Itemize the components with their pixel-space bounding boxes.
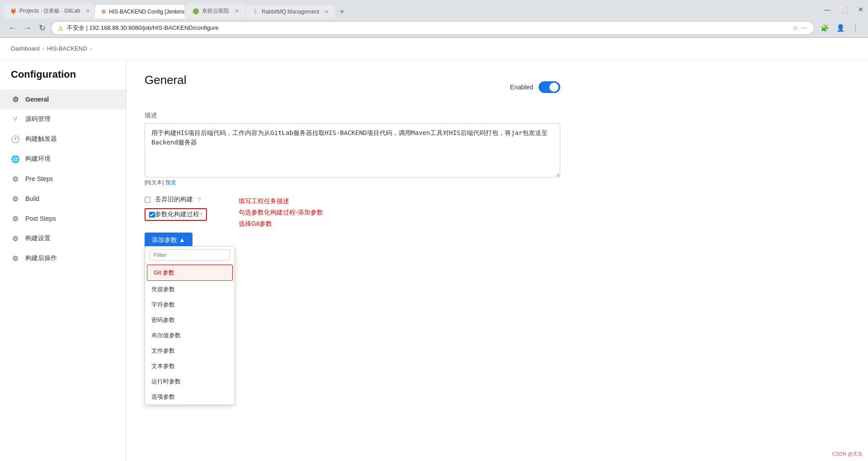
tab-hospital-label: 东软云医院 xyxy=(202,7,229,15)
sidebar-poststeps-label: Post Steps xyxy=(25,215,56,222)
param-row-wrapper: 参数化构建过程 ? xyxy=(145,208,207,221)
profile-button[interactable]: 👤 xyxy=(834,22,848,34)
dropdown-item-file[interactable]: 文件参数 xyxy=(145,343,235,359)
menu-button[interactable]: ⋮ xyxy=(849,22,862,34)
close-button[interactable]: ✕ xyxy=(854,4,868,15)
dropdown-item-runtime[interactable]: 运行时参数 xyxy=(145,374,235,389)
dropdown-filter xyxy=(145,247,235,264)
tab-gitlab-close[interactable]: ✕ xyxy=(86,8,90,14)
sidebar-env-label: 构建环境 xyxy=(25,155,51,163)
sidebar-build-label: Build xyxy=(25,195,39,202)
plaintext-row: [纯文本] 预览 xyxy=(145,179,560,186)
dropdown-item-git[interactable]: Git 参数 xyxy=(147,265,233,281)
dropdown-item-choice[interactable]: 选项参数 xyxy=(145,389,235,405)
filter-input[interactable] xyxy=(150,249,230,261)
breadcrumb-sep-1: › xyxy=(42,45,44,52)
breadcrumb-dashboard[interactable]: Dashboard xyxy=(11,45,40,52)
jenkins-icon: ⚙ xyxy=(101,9,106,15)
dropdown-item-boolean[interactable]: 布尔值参数 xyxy=(145,328,235,343)
discard-checkbox[interactable] xyxy=(145,197,150,203)
reload-button[interactable]: ↻ xyxy=(37,21,47,35)
source-icon: ⑂ xyxy=(11,115,20,124)
discard-row: 丢弃旧的构建 ? xyxy=(145,196,207,204)
desc-label: 描述 xyxy=(145,112,560,120)
tab-hospital-close[interactable]: ✕ xyxy=(235,8,239,14)
presteps-icon: ⚙ xyxy=(11,174,20,183)
sidebar-settings-label: 构建设置 xyxy=(25,234,51,242)
sidebar-item-general[interactable]: ⚙ General xyxy=(0,89,126,109)
build-icon: ⚙ xyxy=(11,194,20,203)
preview-link[interactable]: 预览 xyxy=(165,179,176,186)
tab-rabbitmq[interactable]: 🐇 RabbitMQ Management ✕ xyxy=(246,5,335,19)
page-title: General xyxy=(145,73,187,87)
discard-label: 丢弃旧的构建 xyxy=(155,196,193,204)
desc-group: 描述 用于构建HIS项目后端代码，工作内容为从GitLab服务器拉取HIS-BA… xyxy=(145,112,560,186)
app-body: Configuration ⚙ General ⑂ 源码管理 🕐 构建触发器 🌐… xyxy=(0,60,868,461)
browser-actions: 🧩 👤 ⋮ xyxy=(818,22,862,34)
main-content: General Enabled 描述 用于构建HIS项目后端代码，工作内容为从G… xyxy=(127,60,868,461)
rabbitmq-icon: 🐇 xyxy=(252,9,259,15)
dropdown-item-password[interactable]: 密码参数 xyxy=(145,312,235,328)
minimize-button[interactable]: — xyxy=(820,4,835,15)
param-help-icon[interactable]: ? xyxy=(199,211,202,218)
tab-rabbitmq-label: RabbitMQ Management xyxy=(262,9,319,15)
sidebar-title: Configuration xyxy=(0,69,126,89)
dropdown-item-string[interactable]: 字符参数 xyxy=(145,297,235,312)
param-checkbox[interactable] xyxy=(149,212,155,218)
forward-button[interactable]: → xyxy=(22,22,33,35)
general-icon: ⚙ xyxy=(11,95,20,104)
tab-bar: 🦊 Projects · 仪表板 · GitLab ✕ ⚙ HIS-BACKEN… xyxy=(0,0,352,19)
sidebar-item-build[interactable]: ⚙ Build xyxy=(0,189,126,209)
sidebar-item-source[interactable]: ⑂ 源码管理 xyxy=(0,109,126,129)
dropdown-item-text[interactable]: 文本参数 xyxy=(145,359,235,374)
address-bar: ← → ↻ ⚠ 不安全 | 192.168.88.30:8080/job/HIS… xyxy=(0,19,868,37)
new-tab-button[interactable]: + xyxy=(336,5,348,19)
postbuild-icon: ⚙ xyxy=(11,254,20,263)
url-text: 不安全 | 192.168.88.30:8080/job/HIS-BACKEND… xyxy=(67,24,789,32)
checkboxes-area: 丢弃旧的构建 ? 参数化构建过程 ? 添加参数 xyxy=(145,196,207,248)
more-icon[interactable]: ⋯ xyxy=(801,24,807,32)
url-bar[interactable]: ⚠ 不安全 | 192.168.88.30:8080/job/HIS-BACKE… xyxy=(51,21,814,35)
url-icons: ☆ ⋯ xyxy=(793,24,807,32)
sidebar-item-env[interactable]: 🌐 构建环境 xyxy=(0,149,126,169)
watermark: CSDN @关岛 xyxy=(832,451,863,457)
sidebar-triggers-label: 构建触发器 xyxy=(25,135,57,143)
enabled-label: Enabled xyxy=(510,84,533,91)
dropdown-item-credentials[interactable]: 凭据参数 xyxy=(145,282,235,297)
desc-textarea[interactable]: 用于构建HIS项目后端代码，工作内容为从GitLab服务器拉取HIS-BACKE… xyxy=(145,123,560,177)
tab-jenkins-label: HIS-BACKEND Config [Jenkins] xyxy=(109,9,185,15)
tab-gitlab[interactable]: 🦊 Projects · 仪表板 · GitLab ✕ xyxy=(4,4,94,19)
discard-help-icon[interactable]: ? xyxy=(197,196,201,203)
settings-icon: ⚙ xyxy=(11,234,20,243)
sidebar-item-settings[interactable]: ⚙ 构建设置 xyxy=(0,228,126,248)
dropdown-container: 添加参数 ▲ Git 参数 凭据参数 字符参数 密码参数 布尔值参数 文件参数 xyxy=(145,229,192,248)
gitlab-icon: 🦊 xyxy=(10,8,17,14)
hospital-icon: 🟢 xyxy=(192,8,199,14)
extensions-button[interactable]: 🧩 xyxy=(818,22,832,34)
tab-hospital[interactable]: 🟢 东软云医院 ✕ xyxy=(186,4,245,19)
param-row-highlight: 参数化构建过程 ? xyxy=(145,208,207,221)
enabled-toggle[interactable] xyxy=(539,81,560,93)
sidebar-item-poststeps[interactable]: ⚙ Post Steps xyxy=(0,209,126,228)
annotation-line-3: 选择Git参数 xyxy=(239,218,323,229)
back-button[interactable]: ← xyxy=(6,22,18,35)
content-inner: General Enabled 描述 用于构建HIS项目后端代码，工作内容为从G… xyxy=(127,60,578,331)
options-row: 丢弃旧的构建 ? 参数化构建过程 ? 添加参数 xyxy=(145,196,560,248)
breadcrumb-sep-2: › xyxy=(90,45,92,52)
tab-rabbitmq-close[interactable]: ✕ xyxy=(324,9,328,15)
sidebar-item-presteps[interactable]: ⚙ Pre Steps xyxy=(0,169,126,189)
breadcrumb-his-backend[interactable]: HIS-BACKEND xyxy=(47,45,87,52)
sidebar-source-label: 源码管理 xyxy=(25,115,51,123)
param-label: 参数化构建过程 xyxy=(155,210,199,219)
add-params-button[interactable]: 添加参数 ▲ xyxy=(145,233,192,248)
breadcrumb: Dashboard › HIS-BACKEND › xyxy=(0,38,868,60)
sidebar-item-triggers[interactable]: 🕐 构建触发器 xyxy=(0,129,126,149)
tab-jenkins[interactable]: ⚙ HIS-BACKEND Config [Jenkins] ✕ xyxy=(95,5,185,19)
star-icon[interactable]: ☆ xyxy=(793,24,798,32)
sidebar-item-postbuild[interactable]: ⚙ 构建后操作 xyxy=(0,248,126,268)
annotation-block: 填写工程任务描述 勾选参数化构建过程-添加参数 选择Git参数 xyxy=(239,196,323,230)
triggers-icon: 🕐 xyxy=(11,135,20,144)
maximize-button[interactable]: ⬜ xyxy=(836,4,853,15)
poststeps-icon: ⚙ xyxy=(11,214,20,223)
enabled-row: Enabled xyxy=(510,81,560,93)
